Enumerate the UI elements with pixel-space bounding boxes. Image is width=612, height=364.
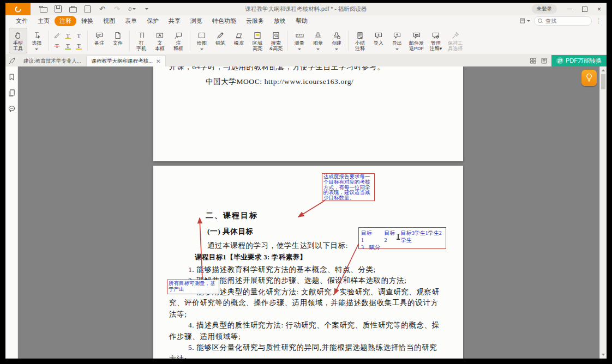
find-box[interactable] — [534, 16, 592, 26]
page-thumbnails-icon[interactable] — [8, 89, 16, 97]
menu-cloud[interactable]: 云服务 — [241, 16, 269, 26]
vertical-scrollbar[interactable] — [599, 66, 607, 359]
underline-tool[interactable]: T — [63, 41, 73, 51]
document-view[interactable]: 开课，64学时，与选用的教材配套，方便学生自主学习时参考。 中国大学MOOC: … — [18, 66, 607, 359]
save-icon[interactable] — [54, 5, 62, 13]
hand-icon — [14, 30, 22, 40]
annotation-toolbar: 手型工具 选择 T T T T T 备注 文件 打字机 — [5, 26, 607, 55]
objective-title: 课程目标1【毕业要求 3: 学科素养】 — [195, 253, 307, 262]
tab-document-2[interactable]: 课程教学大纲和课程考核... ✕ — [86, 55, 166, 66]
summary-notes-button[interactable]: 小结注释 — [351, 28, 369, 53]
highlight-tool[interactable] — [52, 31, 62, 40]
restore-button[interactable] — [577, 3, 592, 15]
page-display-dropdown[interactable] — [519, 17, 530, 24]
hand-tool-button[interactable]: 手型工具 — [9, 28, 27, 53]
find-input[interactable] — [544, 17, 580, 25]
section-heading: 二、课程目标 — [206, 211, 258, 220]
open-file-icon[interactable] — [39, 5, 47, 13]
subsection-heading: (一) 具体目标 — [207, 227, 254, 235]
scroll-down-arrow[interactable] — [602, 354, 605, 356]
more-menu-options[interactable]: ⋮ — [596, 17, 602, 25]
create-stamp-icon — [332, 30, 341, 40]
foxit-logo-icon — [14, 5, 22, 13]
tab-close-icon[interactable]: ✕ — [156, 58, 160, 64]
annotation-note-top[interactable]: 达成度报告要求每一个目标有对应的考核方式，有每一位同学的表现，建议适当减少目标数… — [322, 173, 375, 201]
assistant-bulb-button[interactable] — [581, 70, 597, 86]
quick-tool-dropdown[interactable] — [128, 5, 136, 13]
more-quick-tools[interactable] — [142, 5, 151, 13]
menu-protect[interactable]: 保护 — [142, 16, 164, 26]
menu-convert[interactable]: 转换 — [76, 16, 98, 26]
body-line: 作步骤、适用领域等; — [169, 332, 241, 341]
keep-tool-selected-button[interactable]: 保持工具选择 — [445, 28, 465, 53]
tab-label: 课程教学大纲和课程考核... — [92, 58, 153, 65]
print-icon[interactable] — [69, 5, 77, 13]
app-logo[interactable] — [5, 3, 31, 15]
squiggly-underline-tool[interactable]: T — [63, 31, 73, 40]
callout-button[interactable]: 注释框 — [169, 28, 188, 53]
create-stamp-button[interactable]: 创建 — [327, 28, 346, 53]
note-button[interactable]: 备注 — [90, 28, 109, 53]
tabbar-right-tools: ⇄ PDF万能转换 — [530, 55, 607, 66]
menu-help[interactable]: 帮助 — [291, 16, 313, 26]
menu-features[interactable]: 特色功能 — [207, 16, 241, 26]
menu-form[interactable]: 表单 — [120, 16, 142, 26]
reading-mode-icon[interactable] — [541, 57, 548, 64]
measure-button[interactable]: 测量 — [290, 28, 309, 53]
menu-file[interactable]: 文件 — [11, 16, 33, 26]
pdf-convert-button[interactable]: ⇄ PDF万能转换 — [551, 55, 607, 66]
callout-icon — [174, 30, 183, 40]
body-line: 究、评价研究等的概念、操作步骤、适用领域，并能描述数据收集工具的设计方 — [169, 299, 439, 307]
pushpin-icon — [451, 30, 460, 40]
annotation-note-right[interactable]: 目标1 目标2 目标3学生1学生2学生 3 赋分 — [358, 227, 446, 249]
comments-panel-icon[interactable] — [8, 105, 16, 113]
file-attachment-button[interactable]: 文件 — [109, 28, 127, 53]
strikethrough-tool[interactable]: T — [52, 41, 62, 51]
scroll-up-arrow[interactable] — [602, 69, 605, 71]
stamp-button[interactable]: 图章 — [309, 28, 327, 53]
login-button[interactable]: 未登录 — [532, 4, 557, 14]
menu-browse[interactable]: 浏览 — [185, 16, 207, 26]
eraser-icon — [235, 30, 243, 40]
pencil-button[interactable]: 铅笔 — [211, 28, 230, 53]
body-line: 2. 理解并能阐述开展研究的步骤、选题、假设和样本选取的方法; — [188, 276, 406, 284]
menu-slideshow[interactable]: 放映 — [269, 16, 291, 26]
grid-view-icon[interactable] — [530, 57, 537, 64]
new-page-icon[interactable] — [83, 5, 92, 13]
convert-label: PDF万能转换 — [566, 57, 602, 65]
export-comments-button[interactable]: 导出 — [388, 28, 406, 53]
import-comments-button[interactable]: 导入 — [369, 28, 388, 53]
email-pdf-button[interactable]: 邮件发送PDF — [406, 28, 427, 53]
search-highlight-button[interactable]: 搜索&高亮 — [267, 28, 285, 53]
export-bubble-icon — [393, 30, 401, 40]
hand-mini-icon — [128, 5, 133, 13]
textbox-button[interactable]: 文本框 — [151, 28, 169, 53]
eraser-button[interactable]: 橡皮 — [230, 28, 248, 53]
typewriter-button[interactable]: 打字机 — [132, 28, 151, 53]
bookmarks-panel-icon[interactable] — [8, 73, 16, 81]
annotation-note-left[interactable]: 所有目标可测量，基于产出 — [167, 280, 219, 294]
quill-pen-icon[interactable] — [5, 55, 19, 66]
area-highlight-button[interactable]: 区域高亮 — [248, 28, 267, 53]
select-tool-button[interactable]: 选择 — [27, 28, 46, 53]
ruler-icon — [295, 30, 304, 40]
menu-share[interactable]: 共享 — [164, 16, 185, 26]
replace-text-tool[interactable]: T — [74, 41, 83, 51]
manage-comments-button[interactable]: 管理注释▾ — [427, 28, 445, 53]
drawing-button[interactable]: 绘图 — [193, 28, 211, 53]
close-button[interactable]: × — [592, 3, 607, 15]
menu-home[interactable]: 主页 — [33, 16, 55, 26]
import-bubble-icon — [374, 30, 383, 40]
title-bar: ↶ ↷ 课程教学大纲和课程考核材料.pdf * - 福昕阅读器 未登录 × — [5, 3, 607, 15]
minimize-button[interactable] — [562, 3, 577, 15]
menu-bar: 文件 主页 注释 转换 视图 表单 保护 共享 浏览 特色功能 云服务 放映 帮… — [5, 15, 607, 26]
redo-icon[interactable]: ↷ — [113, 5, 121, 13]
scrollbar-thumb[interactable] — [601, 74, 605, 89]
undo-icon[interactable]: ↶ — [98, 5, 106, 13]
menu-view[interactable]: 视图 — [98, 16, 120, 26]
text-cursor — [398, 234, 399, 240]
insert-text-tool[interactable]: T — [74, 31, 83, 40]
menu-comment[interactable]: 注释 — [55, 16, 76, 26]
body-line: 3. 能够阐述典型的量化研究方法: 文献研究、实验研究、调查研究、观察研 — [188, 288, 440, 296]
tab-document-1[interactable]: 建议:教育技术学专业人... — [19, 56, 86, 66]
